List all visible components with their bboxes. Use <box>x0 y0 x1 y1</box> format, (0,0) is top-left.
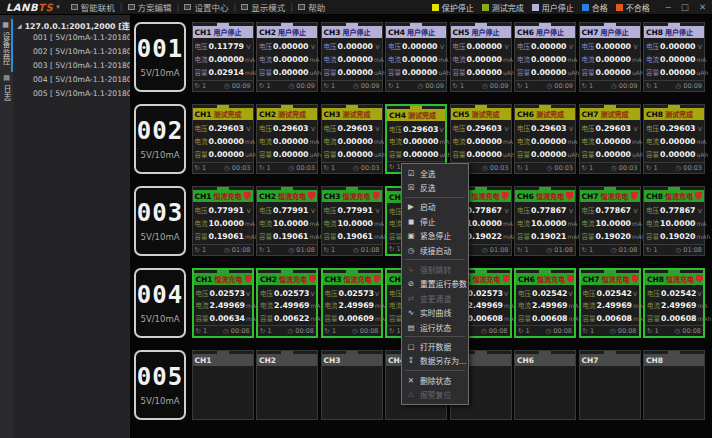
device-badge[interactable]: 0035V/10mA <box>134 186 186 256</box>
channel-card[interactable]: CH2 <box>256 350 318 420</box>
channel-card[interactable]: CH1用户停止电压0.11779V电流0.00000mA容量0.02914mAh… <box>192 22 254 92</box>
tree-expand-icon[interactable]: ◢ <box>17 22 22 29</box>
minimize-button[interactable]: ─ <box>666 2 671 12</box>
tree-device-node[interactable]: 002 [ 5V/10mA-1.1-20180501002 ] <box>17 45 128 59</box>
channel-card[interactable]: CH2恒流充电电压0.02573V电流2.49969mA容量0.00622mAh… <box>256 268 318 338</box>
voltage-label: 电压 <box>388 41 401 51</box>
context-menu-item-save-data-as[interactable]: ↧数据另存为... <box>402 354 468 368</box>
channel-name: CH2 <box>259 28 276 37</box>
voltage-unit: V <box>633 290 637 297</box>
channel-card[interactable]: CH7 <box>579 350 641 420</box>
channel-fields: 电压0.02542V电流2.49969mA容量0.00608mAh <box>645 285 703 325</box>
menubar-item-display-mode[interactable]: 显示模式 <box>236 1 290 13</box>
channel-card[interactable]: CH3 <box>321 350 383 420</box>
channel-footer: ↻ 1◷ 01:08 <box>193 244 253 255</box>
channel-card[interactable]: CH6 <box>514 350 576 420</box>
channel-card[interactable]: CH3恒流充电电压0.02573V电流2.49969mA容量0.00609mAh… <box>321 268 383 338</box>
channel-card[interactable]: CH6恒流充电电压0.02542V电流2.49969mA容量0.00608mAh… <box>514 268 576 338</box>
channel-card[interactable]: CH1 <box>192 350 254 420</box>
legend-label: 保护停止 <box>442 2 474 13</box>
device-badge[interactable]: 0015V/10mA <box>134 22 186 92</box>
current-unit: mA <box>310 56 320 63</box>
context-menu-item-reset-run-params[interactable]: ⊘重置运行参数 <box>402 277 468 291</box>
current-row: 电流0.00000mA <box>517 136 573 146</box>
channel-name: CH6 <box>517 110 534 119</box>
context-menu-item-invert-selection[interactable]: ☒反选 <box>402 180 468 194</box>
channel-card[interactable]: CH8测试完成电压0.29603V电流0.00000mA容量0.00000uAh… <box>643 104 705 174</box>
voltage-label: 电压 <box>647 288 660 298</box>
context-menu-item-run-status[interactable]: ▤运行状态 <box>402 320 468 334</box>
device-badge[interactable]: 0045V/10mA <box>134 268 186 338</box>
channel-card[interactable]: CH7恒流充电电压0.02542V电流2.49969mA容量0.00608mAh… <box>579 268 641 338</box>
menubar-item-help[interactable]: 帮助 <box>293 1 330 13</box>
channel-name: CH4 <box>389 111 406 120</box>
tree-device-node[interactable]: 001 [ 5V/10mA-1.1-20180501001 ] <box>17 31 128 45</box>
channel-card[interactable]: CH2恒流充电电压0.77991V电流10.0000mA容量0.19061mAh… <box>256 186 318 256</box>
voltage-label: 电压 <box>259 41 272 51</box>
menubar-item-settings-center[interactable]: 设置中心 <box>179 1 233 13</box>
context-menu-item-emergency-stop[interactable]: ▣紧急停止 <box>402 229 468 243</box>
voltage-value: 0.02573 <box>274 289 310 298</box>
legend-item: 测试完成 <box>482 2 524 13</box>
channel-card[interactable]: CH3用户停止电压0.00000V电流0.00000mA容量0.00000uAh… <box>321 22 383 92</box>
close-button[interactable]: ✕ <box>699 2 706 12</box>
loop-icon: ↻ <box>324 164 332 172</box>
capacity-row: 容量0.00608mAh <box>583 313 637 323</box>
channel-card[interactable]: CH6恒流充电电压0.77867V电流10.0000mA容量0.19021mAh… <box>514 186 576 256</box>
loop-value: 1 <box>202 246 206 254</box>
elapsed-time: ◷ 00:09 <box>224 82 250 90</box>
channel-card[interactable]: CH8 <box>643 350 705 420</box>
channel-card[interactable]: CH2用户停止电压0.00000V电流0.00000mA容量0.00000uAh… <box>256 22 318 92</box>
context-menu-item-realtime-curve[interactable]: ∿实时曲线 <box>402 306 468 320</box>
current-label: 电流 <box>195 136 208 146</box>
current-row: 电流0.00000mA <box>195 136 251 146</box>
current-unit: mA <box>440 138 450 145</box>
brand-dropdown-icon[interactable]: ▾ <box>56 3 60 11</box>
context-menu-item-stop[interactable]: ◼停止 <box>402 214 468 228</box>
tree-device-node[interactable]: 004 [ 5V/10mA-1.1-20180501004 ] <box>17 73 128 87</box>
strip-tab-device-monitor[interactable]: ▦设备监控 <box>0 19 13 72</box>
current-unit: mA <box>568 56 578 63</box>
voltage-row: 电压0.29603V <box>453 123 509 133</box>
context-menu-item-resume-start[interactable]: ◷续接启动 <box>402 243 468 257</box>
voltage-value: 0.77867 <box>531 206 568 215</box>
channel-card[interactable]: CH8恒流充电电压0.02542V电流2.49969mA容量0.00608mAh… <box>643 268 705 338</box>
channel-card[interactable]: CH5用户停止电压0.00000V电流0.00000mA容量0.00000uAh… <box>450 22 512 92</box>
channel-card[interactable]: CH1恒流充电电压0.77991V电流10.0000mA容量0.19061mAh… <box>192 186 254 256</box>
context-menu-item-select-all[interactable]: ☑全选 <box>402 166 468 180</box>
channel-card[interactable]: CH8恒流充电电压0.77867V电流10.0000mA容量0.19020mAh… <box>643 186 705 256</box>
tree-root-node[interactable]: ◢ 127.0.0.1:2001,2000 [连接设备5 台] <box>17 20 128 31</box>
device-badge[interactable]: 0025V/10mA <box>134 104 186 174</box>
channel-footer: ↻ 1◷ 01:08 <box>580 244 640 255</box>
menubar-item-smart-link[interactable]: 智能联机 <box>66 1 120 13</box>
channel-card[interactable]: CH4用户停止电压0.00000V电流0.00000mA容量0.00000uAh… <box>385 22 447 92</box>
restore-button[interactable]: □ <box>681 2 689 12</box>
channel-card[interactable]: CH6测试完成电压0.29603V电流0.00000mA容量0.00000uAh… <box>514 104 576 174</box>
channel-card[interactable]: CH1恒流充电电压0.02573V电流2.49969mA容量0.00634mAh… <box>192 268 254 338</box>
voltage-value: 0.77991 <box>273 206 310 215</box>
channel-header: CH7 <box>580 354 640 366</box>
channel-card[interactable]: CH8用户停止电压0.00000V电流0.00000mA容量0.00000uAh… <box>643 22 705 92</box>
channel-card[interactable]: CH1测试完成电压0.29603V电流0.00000mA容量0.00000uAh… <box>192 104 254 174</box>
tree-device-node[interactable]: 003 [ 5V/10mA-1.1-20180501003 ] <box>17 59 128 73</box>
menubar-item-plan-edit[interactable]: 方案编辑 <box>123 1 177 13</box>
clock-icon: ◷ <box>611 164 619 172</box>
channel-header: CH7恒流充电 <box>581 273 639 285</box>
device-badge[interactable]: 0055V/10mA <box>134 350 186 420</box>
context-menu-label: 续接启动 <box>420 245 451 256</box>
strip-tab-log[interactable]: ▤日志 <box>1 72 12 108</box>
channel-card[interactable]: CH3恒流充电电压0.77991V电流10.0000mA容量0.19061mAh… <box>321 186 383 256</box>
channel-card[interactable]: CH6用户停止电压0.00000V电流0.00000mA容量0.00000uAh… <box>514 22 576 92</box>
context-menu-item-delete-status[interactable]: ✕删除状态 <box>402 373 468 387</box>
channel-card[interactable]: CH7用户停止电压0.00000V电流0.00000mA容量0.00000uAh… <box>579 22 641 92</box>
current-row: 电流10.0000mA <box>259 218 315 228</box>
channel-card[interactable]: CH2测试完成电压0.29603V电流0.00000mA容量0.00000uAh… <box>256 104 318 174</box>
context-menu-item-start[interactable]: ▶启动 <box>402 200 468 214</box>
tree-device-node[interactable]: 005 [ 5V/10mA-1.1-20180501005 ] <box>17 87 128 101</box>
channel-card[interactable]: CH7恒流充电电压0.77867V电流10.0000mA容量0.19020mAh… <box>579 186 641 256</box>
channel-card[interactable]: CH7测试完成电压0.29603V电流0.00000mA容量0.00000uAh… <box>579 104 641 174</box>
elapsed-time: ◷ 00:09 <box>676 82 702 90</box>
channel-card[interactable]: CH3测试完成电压0.29603V电流0.00000mA容量0.00000uAh… <box>321 104 383 174</box>
context-menu-item-open-data[interactable]: ▢打开数据 <box>402 339 468 353</box>
capacity-row: 容量0.19020mAh <box>646 231 702 241</box>
